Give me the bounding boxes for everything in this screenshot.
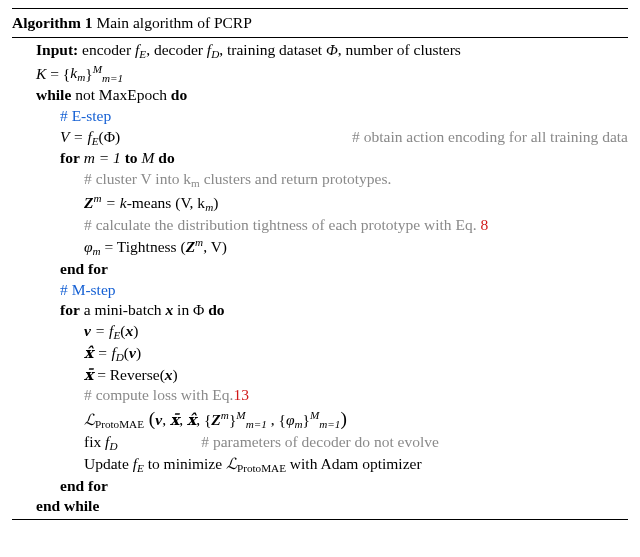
loss-line: ℒProtoMAE (v, x̄, x̂, {Zm}Mm=1 , {φm}Mm=… (12, 406, 628, 432)
end-for-1: end for (12, 259, 628, 280)
tightness-comment: # calculate the distribution tightness o… (12, 215, 628, 236)
end-for-2: end for (12, 476, 628, 497)
input-label: Input: (36, 41, 78, 58)
algorithm-block: Algorithm 1 Main algorithm of PCRP Input… (0, 0, 640, 530)
for-minibatch-line: for a mini-batch x in Φ do (12, 300, 628, 321)
algorithm-title-line: Algorithm 1 Main algorithm of PCRP (12, 11, 628, 35)
for-m-line: for m = 1 to M do (12, 148, 628, 169)
xbar-line: x̄ = Reverse(x) (12, 365, 628, 386)
e-step-comment: # E-step (12, 106, 628, 127)
algorithm-title-text: Main algorithm of PCRP (96, 14, 251, 31)
phi-line: φm = Tightness (Zm, V) (12, 235, 628, 259)
encode-comment: # obtain action encoding for all trainin… (352, 127, 628, 148)
while-line: while not MaxEpoch do (12, 85, 628, 106)
cluster-comment: # cluster V into km clusters and return … (12, 169, 628, 191)
loss-comment: # compute loss with Eq.13 (12, 385, 628, 406)
xhat-line: x̂ = fD(v) (12, 343, 628, 365)
kmeans-line: Zm = k-means (V, km) (12, 191, 628, 215)
fix-fd-line: fix fD # parameters of decoder do not ev… (12, 432, 628, 454)
update-line: Update fE to minimize ℒProtoMAE with Ada… (12, 454, 628, 476)
encode-line: V = fE(Φ) # obtain action encoding for a… (12, 127, 628, 149)
algorithm-number: Algorithm 1 (12, 14, 93, 31)
v-line: v = fE(x) (12, 321, 628, 343)
top-rule (12, 8, 628, 9)
fix-comment: # parameters of decoder do not evolve (201, 433, 439, 450)
m-step-comment: # M-step (12, 280, 628, 301)
mid-rule (12, 37, 628, 38)
input-line-1: Input: encoder fE, decoder fD, training … (12, 40, 628, 62)
end-while: end while (12, 496, 628, 517)
bottom-rule (12, 519, 628, 520)
input-line-2: K = {km}Mm=1 (12, 62, 628, 86)
